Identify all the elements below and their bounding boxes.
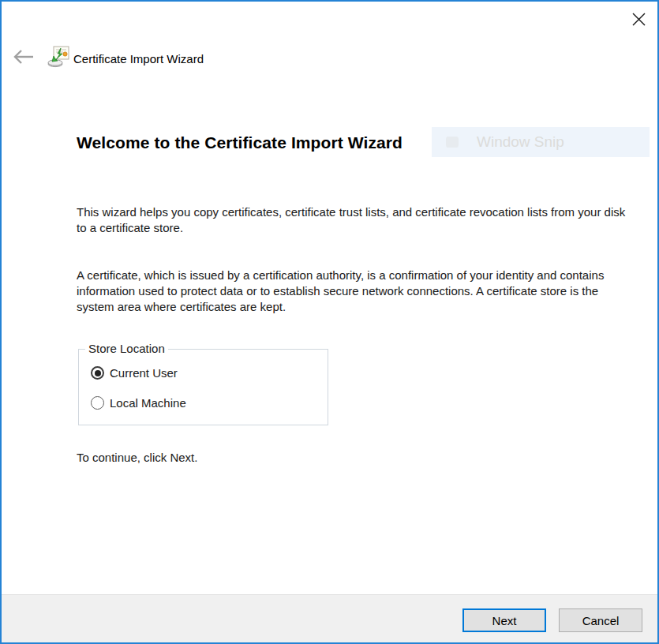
wizard-title: Certificate Import Wizard [73, 51, 204, 68]
radio-local-machine[interactable]: Local Machine [91, 396, 186, 410]
radio-button-icon [91, 366, 104, 380]
window-snip-ghost: Window Snip [432, 127, 650, 157]
page-heading: Welcome to the Certificate Import Wizard [77, 133, 403, 152]
certificate-import-icon [46, 44, 71, 69]
next-button[interactable]: Next [462, 608, 546, 632]
camera-ghost-icon [446, 137, 459, 148]
window-snip-label: Window Snip [477, 133, 564, 151]
radio-current-user[interactable]: Current User [91, 366, 178, 380]
cancel-button[interactable]: Cancel [559, 608, 642, 632]
footer-bar: Next Cancel [2, 594, 657, 642]
back-arrow-icon [13, 49, 35, 68]
store-location-label: Store Location [85, 342, 168, 356]
certificate-import-wizard-window: Certificate Import Wizard Welcome to the… [0, 0, 659, 644]
store-location-group: Store Location Current User Local Machin… [78, 349, 328, 425]
radio-button-icon [91, 396, 104, 410]
close-button[interactable] [626, 8, 651, 33]
description-paragraph: A certificate, which is issued by a cert… [77, 268, 629, 315]
continue-hint: To continue, click Next. [77, 450, 392, 466]
back-button[interactable] [11, 47, 36, 69]
close-icon [631, 12, 646, 30]
radio-local-machine-label: Local Machine [110, 396, 186, 410]
radio-current-user-label: Current User [110, 366, 178, 380]
intro-paragraph: This wizard helps you copy certificates,… [77, 204, 629, 236]
